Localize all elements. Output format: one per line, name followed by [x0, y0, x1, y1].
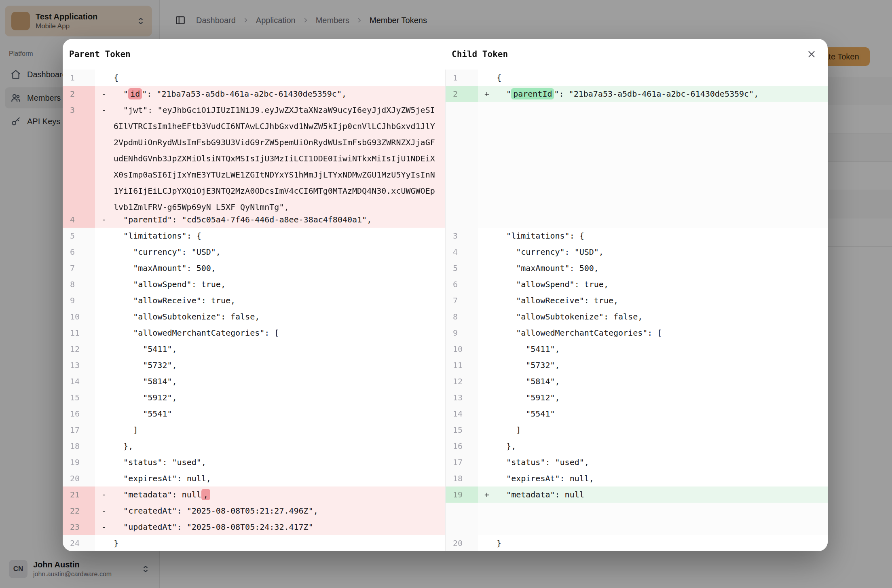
removed-marker: - — [101, 212, 106, 228]
line-number: 2 — [446, 86, 478, 102]
line-number: 1 — [446, 70, 478, 86]
diff-grid: 1{1{2- "id": "21ba7a53-a5db-461a-a2bc-61… — [63, 70, 828, 551]
child-diff-line — [445, 503, 828, 519]
line-number: 1 — [63, 70, 95, 86]
line-number: 11 — [446, 357, 478, 373]
parent-diff-line: 18 }, — [63, 438, 445, 454]
child-diff-line: 11 "5732", — [445, 357, 828, 373]
line-number: 16 — [63, 406, 95, 422]
child-diff-line: 9 "allowedMerchantCategories": [ — [445, 325, 828, 341]
line-number — [446, 503, 478, 519]
line-number: 3 — [63, 102, 95, 212]
line-number: 7 — [446, 292, 478, 309]
line-number: 3 — [446, 228, 478, 244]
child-diff-line — [445, 212, 828, 228]
line-number: 8 — [63, 276, 95, 292]
parent-diff-line: 3- "jwt": "eyJhbGciOiJIUzI1NiJ9.eyJwZXJt… — [63, 102, 445, 212]
line-number: 5 — [63, 228, 95, 244]
child-diff-line: 18 "expiresAt": null, — [445, 470, 828, 486]
child-token-title: Child Token — [445, 49, 828, 59]
line-number: 10 — [446, 341, 478, 357]
removed-marker: - — [101, 102, 106, 118]
line-number — [446, 212, 478, 228]
parent-diff-line: 12 "5411", — [63, 341, 445, 357]
child-diff-line: 2+ "parentId": "21ba7a53-a5db-461a-a2bc-… — [445, 86, 828, 102]
parent-diff-line: 2- "id": "21ba7a53-a5db-461a-a2bc-61430d… — [63, 86, 445, 102]
line-number: 6 — [446, 276, 478, 292]
line-number: 19 — [63, 454, 95, 470]
parent-diff-line: 10 "allowSubtokenize": false, — [63, 309, 445, 325]
line-number: 11 — [63, 325, 95, 341]
parent-diff-line: 16 "5541" — [63, 406, 445, 422]
line-number: 17 — [63, 422, 95, 438]
line-number: 17 — [446, 454, 478, 470]
child-diff-line: 6 "allowSpend": true, — [445, 276, 828, 292]
parent-diff-line: 8 "allowSpend": true, — [63, 276, 445, 292]
child-diff-line: 19+ "metadata": null — [445, 486, 828, 503]
line-number: 9 — [63, 292, 95, 309]
line-number: 8 — [446, 309, 478, 325]
added-marker: + — [484, 486, 489, 503]
line-number: 18 — [446, 470, 478, 486]
modal-header: Parent Token Child Token — [63, 39, 828, 70]
removed-marker: - — [101, 486, 106, 503]
parent-diff-line: 21- "metadata": null, — [63, 486, 445, 503]
child-diff-line — [445, 519, 828, 535]
line-number: 9 — [446, 325, 478, 341]
inline-diff-highlight: , — [201, 489, 210, 500]
child-diff-line: 1{ — [445, 70, 828, 86]
line-number — [446, 102, 478, 212]
line-number — [446, 519, 478, 535]
line-number: 15 — [446, 422, 478, 438]
child-diff-line — [445, 102, 828, 212]
parent-diff-line: 9 "allowReceive": true, — [63, 292, 445, 309]
parent-diff-line: 17 ] — [63, 422, 445, 438]
child-diff-line: 16 }, — [445, 438, 828, 454]
line-number: 10 — [63, 309, 95, 325]
inline-diff-highlight: parentId — [511, 88, 554, 99]
line-number: 20 — [63, 470, 95, 486]
parent-diff-line: 1{ — [63, 70, 445, 86]
parent-diff-line: 14 "5814", — [63, 373, 445, 389]
added-marker: + — [484, 86, 489, 102]
line-number: 13 — [63, 357, 95, 373]
parent-diff-line: 7 "maxAmount": 500, — [63, 260, 445, 276]
parent-diff-line: 5 "limitations": { — [63, 228, 445, 244]
parent-diff-line: 22- "createdAt": "2025-08-08T05:21:27.49… — [63, 503, 445, 519]
child-diff-line: 17 "status": "used", — [445, 454, 828, 470]
parent-token-title: Parent Token — [63, 49, 445, 59]
parent-diff-line: 15 "5912", — [63, 389, 445, 406]
parent-diff-line: 6 "currency": "USD", — [63, 244, 445, 260]
line-number: 21 — [63, 486, 95, 503]
line-number: 14 — [446, 406, 478, 422]
line-number: 12 — [446, 373, 478, 389]
line-number: 4 — [63, 212, 95, 228]
inline-diff-highlight: id — [128, 88, 142, 99]
close-icon[interactable] — [804, 47, 819, 61]
child-diff-line: 8 "allowSubtokenize": false, — [445, 309, 828, 325]
parent-diff-line: 20 "expiresAt": null, — [63, 470, 445, 486]
line-number: 23 — [63, 519, 95, 535]
child-diff-line: 14 "5541" — [445, 406, 828, 422]
parent-diff-line: 23- "updatedAt": "2025-08-08T05:24:32.41… — [63, 519, 445, 535]
child-diff-line: 15 ] — [445, 422, 828, 438]
line-number: 5 — [446, 260, 478, 276]
parent-diff-line: 13 "5732", — [63, 357, 445, 373]
child-diff-line: 3 "limitations": { — [445, 228, 828, 244]
child-diff-line: 4 "currency": "USD", — [445, 244, 828, 260]
removed-marker: - — [101, 503, 106, 519]
line-number: 16 — [446, 438, 478, 454]
line-number: 24 — [63, 535, 95, 551]
child-diff-line: 7 "allowReceive": true, — [445, 292, 828, 309]
line-number: 13 — [446, 389, 478, 406]
line-number: 22 — [63, 503, 95, 519]
parent-diff-line: 11 "allowedMerchantCategories": [ — [63, 325, 445, 341]
parent-diff-line: 4- "parentId": "cd5c05a4-7f46-446d-a8ee-… — [63, 212, 445, 228]
line-number: 12 — [63, 341, 95, 357]
line-number: 14 — [63, 373, 95, 389]
line-number: 20 — [446, 535, 478, 551]
removed-marker: - — [101, 519, 106, 535]
token-diff-modal: Parent Token Child Token 1{1{2- "id": "2… — [63, 39, 828, 551]
removed-marker: - — [101, 86, 106, 102]
child-diff-line: 13 "5912", — [445, 389, 828, 406]
